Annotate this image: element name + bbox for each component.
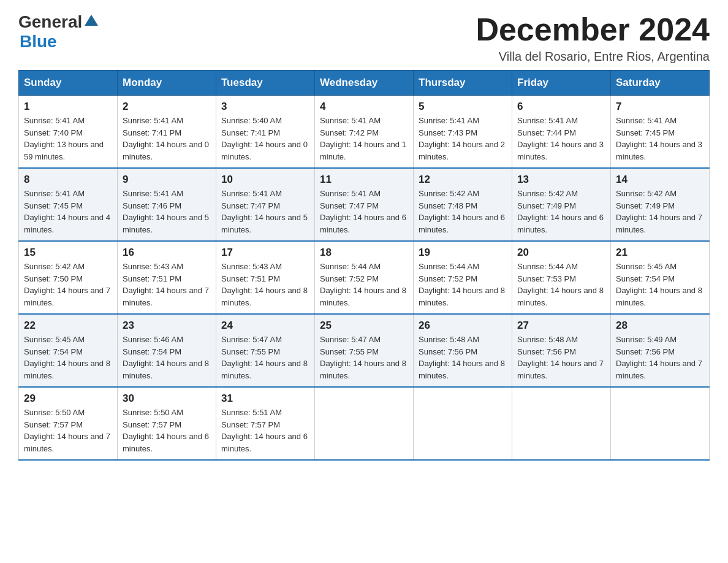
calendar-cell: 23 Sunrise: 5:46 AMSunset: 7:54 PMDaylig… [118, 314, 216, 387]
calendar-cell: 24 Sunrise: 5:47 AMSunset: 7:55 PMDaylig… [216, 314, 315, 387]
calendar-cell: 21 Sunrise: 5:45 AMSunset: 7:54 PMDaylig… [611, 241, 710, 314]
calendar-cell: 8 Sunrise: 5:41 AMSunset: 7:45 PMDayligh… [19, 168, 118, 241]
calendar-week-row: 22 Sunrise: 5:45 AMSunset: 7:54 PMDaylig… [19, 314, 710, 387]
calendar-cell: 19 Sunrise: 5:44 AMSunset: 7:52 PMDaylig… [414, 241, 512, 314]
day-info: Sunrise: 5:40 AMSunset: 7:41 PMDaylight:… [221, 116, 308, 161]
calendar-cell: 30 Sunrise: 5:50 AMSunset: 7:57 PMDaylig… [118, 387, 216, 460]
day-number: 7 [616, 101, 704, 113]
day-info: Sunrise: 5:42 AMSunset: 7:48 PMDaylight:… [419, 189, 505, 234]
header-wednesday: Wednesday [315, 71, 414, 96]
calendar-cell: 11 Sunrise: 5:41 AMSunset: 7:47 PMDaylig… [315, 168, 414, 241]
calendar-cell: 31 Sunrise: 5:51 AMSunset: 7:57 PMDaylig… [216, 387, 315, 460]
header-saturday: Saturday [611, 71, 710, 96]
calendar-cell: 10 Sunrise: 5:41 AMSunset: 7:47 PMDaylig… [216, 168, 315, 241]
day-number: 25 [320, 320, 408, 332]
day-info: Sunrise: 5:51 AMSunset: 7:57 PMDaylight:… [221, 408, 308, 453]
calendar-week-row: 8 Sunrise: 5:41 AMSunset: 7:45 PMDayligh… [19, 168, 710, 241]
calendar-cell: 2 Sunrise: 5:41 AMSunset: 7:41 PMDayligh… [118, 96, 216, 169]
calendar-cell: 15 Sunrise: 5:42 AMSunset: 7:50 PMDaylig… [19, 241, 118, 314]
day-number: 28 [616, 320, 704, 332]
calendar-header-row: SundayMondayTuesdayWednesdayThursdayFrid… [19, 71, 710, 96]
day-number: 21 [616, 247, 704, 259]
page-title: December 2024 [476, 12, 710, 47]
day-info: Sunrise: 5:47 AMSunset: 7:55 PMDaylight:… [320, 335, 406, 380]
day-info: Sunrise: 5:41 AMSunset: 7:46 PMDaylight:… [123, 189, 209, 234]
day-number: 1 [24, 101, 112, 113]
day-info: Sunrise: 5:42 AMSunset: 7:49 PMDaylight:… [517, 189, 604, 234]
day-number: 29 [24, 393, 112, 405]
day-info: Sunrise: 5:41 AMSunset: 7:42 PMDaylight:… [320, 116, 406, 161]
day-info: Sunrise: 5:41 AMSunset: 7:47 PMDaylight:… [221, 189, 308, 234]
calendar-cell [414, 387, 512, 460]
title-block: December 2024 Villa del Rosario, Entre R… [476, 12, 710, 64]
day-number: 13 [517, 174, 605, 186]
calendar-week-row: 1 Sunrise: 5:41 AMSunset: 7:40 PMDayligh… [19, 96, 710, 169]
day-number: 8 [24, 174, 112, 186]
day-number: 11 [320, 174, 408, 186]
calendar-cell: 13 Sunrise: 5:42 AMSunset: 7:49 PMDaylig… [512, 168, 611, 241]
calendar-cell: 20 Sunrise: 5:44 AMSunset: 7:53 PMDaylig… [512, 241, 611, 314]
day-info: Sunrise: 5:44 AMSunset: 7:52 PMDaylight:… [320, 262, 406, 307]
day-number: 19 [419, 247, 507, 259]
day-number: 31 [221, 393, 309, 405]
calendar-cell: 26 Sunrise: 5:48 AMSunset: 7:56 PMDaylig… [414, 314, 512, 387]
day-number: 20 [517, 247, 605, 259]
day-info: Sunrise: 5:41 AMSunset: 7:43 PMDaylight:… [419, 116, 505, 161]
calendar-week-row: 29 Sunrise: 5:50 AMSunset: 7:57 PMDaylig… [19, 387, 710, 460]
logo-triangle-icon [85, 13, 98, 27]
day-info: Sunrise: 5:41 AMSunset: 7:41 PMDaylight:… [123, 116, 209, 161]
day-info: Sunrise: 5:41 AMSunset: 7:45 PMDaylight:… [24, 189, 110, 234]
logo: General Blue [18, 12, 98, 52]
calendar-cell: 28 Sunrise: 5:49 AMSunset: 7:56 PMDaylig… [611, 314, 710, 387]
day-info: Sunrise: 5:41 AMSunset: 7:40 PMDaylight:… [24, 116, 104, 161]
day-number: 12 [419, 174, 507, 186]
calendar-cell: 27 Sunrise: 5:48 AMSunset: 7:56 PMDaylig… [512, 314, 611, 387]
day-number: 24 [221, 320, 309, 332]
calendar-cell: 14 Sunrise: 5:42 AMSunset: 7:49 PMDaylig… [611, 168, 710, 241]
day-info: Sunrise: 5:44 AMSunset: 7:53 PMDaylight:… [517, 262, 604, 307]
calendar-cell: 25 Sunrise: 5:47 AMSunset: 7:55 PMDaylig… [315, 314, 414, 387]
day-number: 17 [221, 247, 309, 259]
day-info: Sunrise: 5:50 AMSunset: 7:57 PMDaylight:… [24, 408, 110, 453]
day-number: 4 [320, 101, 408, 113]
day-number: 26 [419, 320, 507, 332]
day-info: Sunrise: 5:41 AMSunset: 7:45 PMDaylight:… [616, 116, 702, 161]
calendar-cell: 18 Sunrise: 5:44 AMSunset: 7:52 PMDaylig… [315, 241, 414, 314]
day-number: 6 [517, 101, 605, 113]
logo-general-text: General [18, 12, 82, 32]
day-info: Sunrise: 5:46 AMSunset: 7:54 PMDaylight:… [123, 335, 209, 380]
header-monday: Monday [118, 71, 216, 96]
calendar-cell [512, 387, 611, 460]
day-number: 27 [517, 320, 605, 332]
calendar-cell: 17 Sunrise: 5:43 AMSunset: 7:51 PMDaylig… [216, 241, 315, 314]
day-info: Sunrise: 5:45 AMSunset: 7:54 PMDaylight:… [616, 262, 702, 307]
day-number: 16 [123, 247, 211, 259]
calendar-cell [611, 387, 710, 460]
day-info: Sunrise: 5:41 AMSunset: 7:47 PMDaylight:… [320, 189, 406, 234]
day-number: 30 [123, 393, 211, 405]
calendar-cell: 22 Sunrise: 5:45 AMSunset: 7:54 PMDaylig… [19, 314, 118, 387]
day-info: Sunrise: 5:41 AMSunset: 7:44 PMDaylight:… [517, 116, 604, 161]
calendar-cell: 29 Sunrise: 5:50 AMSunset: 7:57 PMDaylig… [19, 387, 118, 460]
day-info: Sunrise: 5:43 AMSunset: 7:51 PMDaylight:… [123, 262, 209, 307]
day-info: Sunrise: 5:50 AMSunset: 7:57 PMDaylight:… [123, 408, 209, 453]
header-sunday: Sunday [19, 71, 118, 96]
day-info: Sunrise: 5:44 AMSunset: 7:52 PMDaylight:… [419, 262, 505, 307]
day-info: Sunrise: 5:48 AMSunset: 7:56 PMDaylight:… [517, 335, 604, 380]
header-tuesday: Tuesday [216, 71, 315, 96]
calendar-cell: 3 Sunrise: 5:40 AMSunset: 7:41 PMDayligh… [216, 96, 315, 169]
day-number: 5 [419, 101, 507, 113]
day-info: Sunrise: 5:42 AMSunset: 7:49 PMDaylight:… [616, 189, 702, 234]
day-info: Sunrise: 5:48 AMSunset: 7:56 PMDaylight:… [419, 335, 505, 380]
calendar-cell: 9 Sunrise: 5:41 AMSunset: 7:46 PMDayligh… [118, 168, 216, 241]
page-header: General Blue December 2024 Villa del Ros… [18, 12, 710, 64]
svg-marker-0 [85, 15, 98, 26]
calendar-cell: 16 Sunrise: 5:43 AMSunset: 7:51 PMDaylig… [118, 241, 216, 314]
day-info: Sunrise: 5:42 AMSunset: 7:50 PMDaylight:… [24, 262, 110, 307]
calendar-cell [315, 387, 414, 460]
page-subtitle: Villa del Rosario, Entre Rios, Argentina [476, 50, 710, 64]
day-number: 14 [616, 174, 704, 186]
calendar-cell: 1 Sunrise: 5:41 AMSunset: 7:40 PMDayligh… [19, 96, 118, 169]
day-number: 9 [123, 174, 211, 186]
day-number: 10 [221, 174, 309, 186]
